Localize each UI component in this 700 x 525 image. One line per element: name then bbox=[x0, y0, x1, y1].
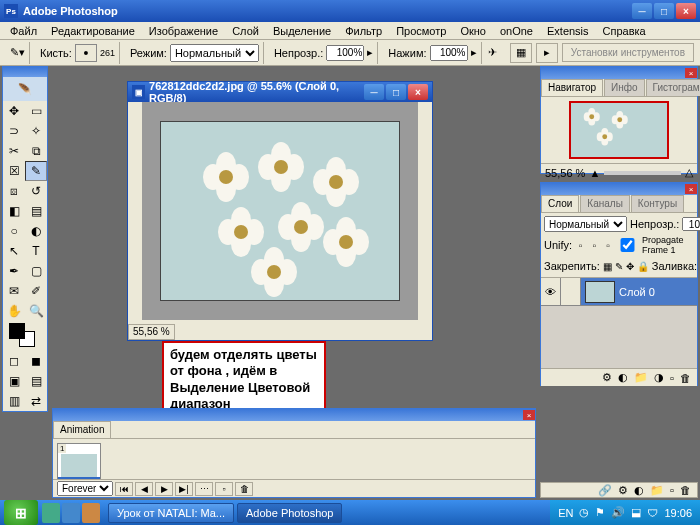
screen-standard-icon[interactable]: ▣ bbox=[3, 371, 25, 391]
move-tool[interactable]: ✥ bbox=[3, 101, 25, 121]
dodge-tool[interactable]: ◐ bbox=[25, 221, 47, 241]
color-swatches[interactable] bbox=[3, 321, 47, 351]
menu-layer[interactable]: Слой bbox=[226, 23, 265, 39]
eraser-tool[interactable]: ◧ bbox=[3, 201, 25, 221]
clock[interactable]: 19:06 bbox=[664, 507, 692, 519]
doc-minimize-button[interactable]: ─ bbox=[364, 84, 384, 100]
language-indicator[interactable]: EN bbox=[558, 507, 573, 519]
doc-close-button[interactable]: × bbox=[408, 84, 428, 100]
wand-tool[interactable]: ✧ bbox=[25, 121, 47, 141]
lasso-tool[interactable]: ⊃ bbox=[3, 121, 25, 141]
zoom-out-icon[interactable]: ▲ bbox=[589, 167, 600, 179]
layer-new-icon[interactable]: ▫ bbox=[670, 372, 674, 384]
crop-tool[interactable]: ✂ bbox=[3, 141, 25, 161]
document-zoom-status[interactable]: 55,56 % bbox=[128, 324, 175, 340]
first-frame-button[interactable]: ⏮ bbox=[115, 482, 133, 496]
next-frame-button[interactable]: ▶| bbox=[175, 482, 193, 496]
screen-full-menu-icon[interactable]: ▤ bbox=[25, 371, 47, 391]
tray-icon[interactable]: ⬓ bbox=[631, 506, 641, 519]
flow-input[interactable] bbox=[430, 45, 468, 61]
document-titlebar[interactable]: ▣ 762812ddc2d2.jpg @ 55.6% (Слой 0, RGB/… bbox=[128, 82, 432, 102]
heal-tool[interactable]: ☒ bbox=[3, 161, 25, 181]
layers-close-icon[interactable]: × bbox=[685, 184, 697, 194]
opacity-input[interactable] bbox=[326, 45, 364, 61]
quicklaunch-icon[interactable] bbox=[62, 503, 80, 523]
new-icon[interactable]: ▫ bbox=[670, 484, 674, 496]
quickmask-on-icon[interactable]: ◼ bbox=[25, 351, 47, 371]
lock-transparency-icon[interactable]: ▦ bbox=[603, 258, 612, 274]
play-button[interactable]: ▶ bbox=[155, 482, 173, 496]
layer-adjust-icon[interactable]: ◑ bbox=[654, 371, 664, 384]
history-brush-tool[interactable]: ↺ bbox=[25, 181, 47, 201]
menu-view[interactable]: Просмотр bbox=[390, 23, 452, 39]
navigator-zoom-slider[interactable] bbox=[604, 171, 681, 175]
marquee-tool[interactable]: ▭ bbox=[25, 101, 47, 121]
tray-icon[interactable]: ◷ bbox=[579, 506, 589, 519]
imageready-icon[interactable]: ⇄ bbox=[25, 391, 47, 411]
opacity-arrow-icon[interactable]: ▸ bbox=[367, 46, 373, 59]
palette-well-button[interactable]: ▸ bbox=[536, 43, 558, 63]
close-button[interactable]: × bbox=[676, 3, 696, 19]
layer-visibility-icon[interactable]: 👁 bbox=[541, 278, 561, 305]
blur-tool[interactable]: ○ bbox=[3, 221, 25, 241]
mode-select[interactable]: Нормальный bbox=[170, 44, 259, 62]
lock-all-icon[interactable]: 🔒 bbox=[637, 258, 649, 274]
style-icon[interactable]: ⚙ bbox=[618, 484, 628, 497]
quicklaunch-icon[interactable] bbox=[82, 503, 100, 523]
mask-icon[interactable]: ◐ bbox=[634, 484, 644, 497]
tool-preset-icon[interactable]: ✎▾ bbox=[10, 46, 25, 59]
doc-scrollbar-horizontal[interactable] bbox=[178, 326, 418, 340]
layer-fx-icon[interactable]: ⚙ bbox=[602, 371, 612, 384]
document-image[interactable] bbox=[160, 121, 400, 301]
layer-row[interactable]: 👁 Слой 0 bbox=[541, 278, 697, 306]
tab-histogram[interactable]: Гистограмма bbox=[646, 79, 700, 96]
delete-frame-button[interactable]: 🗑 bbox=[235, 482, 253, 496]
taskbar-item[interactable]: Урок от NATALI: Ma... bbox=[108, 503, 234, 523]
pen-tool[interactable]: ✒ bbox=[3, 261, 25, 281]
animation-close-icon[interactable]: × bbox=[523, 410, 535, 420]
gradient-tool[interactable]: ▤ bbox=[25, 201, 47, 221]
brush-tool[interactable]: ✎ bbox=[25, 161, 47, 181]
hand-tool[interactable]: ✋ bbox=[3, 301, 25, 321]
layer-mask-icon[interactable]: ◐ bbox=[618, 371, 628, 384]
zoom-in-icon[interactable]: △ bbox=[685, 166, 693, 179]
tool-presets-button[interactable]: Установки инструментов bbox=[562, 43, 694, 62]
start-button[interactable]: ⊞ bbox=[4, 500, 38, 525]
quicklaunch-icon[interactable] bbox=[42, 503, 60, 523]
type-tool[interactable]: T bbox=[25, 241, 47, 261]
layer-thumbnail[interactable] bbox=[585, 281, 615, 303]
toggle-palettes-button[interactable]: ▦ bbox=[510, 43, 532, 63]
screen-full-icon[interactable]: ▥ bbox=[3, 391, 25, 411]
folder-icon[interactable]: 📁 bbox=[650, 484, 664, 497]
tab-navigator[interactable]: Навигатор bbox=[541, 79, 603, 96]
slice-tool[interactable]: ⧉ bbox=[25, 141, 47, 161]
animation-titlebar[interactable]: × bbox=[53, 409, 535, 421]
toolbox-titlebar[interactable] bbox=[3, 67, 47, 77]
menu-filter[interactable]: Фильтр bbox=[339, 23, 388, 39]
tray-icon[interactable]: 🛡 bbox=[647, 507, 658, 519]
notes-tool[interactable]: ✉ bbox=[3, 281, 25, 301]
document-canvas-area[interactable] bbox=[142, 102, 418, 320]
layer-opacity-input[interactable] bbox=[682, 217, 700, 231]
tween-button[interactable]: ⋯ bbox=[195, 482, 213, 496]
taskbar-item-active[interactable]: Adobe Photoshop bbox=[237, 503, 342, 523]
quickmask-off-icon[interactable]: ◻ bbox=[3, 351, 25, 371]
menu-extensis[interactable]: Extensis bbox=[541, 23, 595, 39]
layer-folder-icon[interactable]: 📁 bbox=[634, 371, 648, 384]
layers-titlebar[interactable]: × bbox=[541, 183, 697, 195]
tray-icon[interactable]: ⚑ bbox=[595, 506, 605, 519]
flow-arrow-icon[interactable]: ▸ bbox=[471, 46, 477, 59]
trash-icon[interactable]: 🗑 bbox=[680, 484, 691, 496]
propagate-checkbox[interactable] bbox=[616, 238, 639, 252]
link-icon[interactable]: 🔗 bbox=[598, 484, 612, 497]
doc-maximize-button[interactable]: □ bbox=[386, 84, 406, 100]
tray-icon[interactable]: 🔊 bbox=[611, 506, 625, 519]
minimize-button[interactable]: ─ bbox=[632, 3, 652, 19]
tab-channels[interactable]: Каналы bbox=[580, 195, 630, 212]
zoom-tool[interactable]: 🔍 bbox=[25, 301, 47, 321]
tab-animation[interactable]: Animation bbox=[53, 421, 111, 438]
layer-delete-icon[interactable]: 🗑 bbox=[680, 372, 691, 384]
path-tool[interactable]: ↖ bbox=[3, 241, 25, 261]
tab-layers[interactable]: Слои bbox=[541, 195, 579, 212]
unify-position-icon[interactable]: ▫ bbox=[575, 237, 586, 253]
